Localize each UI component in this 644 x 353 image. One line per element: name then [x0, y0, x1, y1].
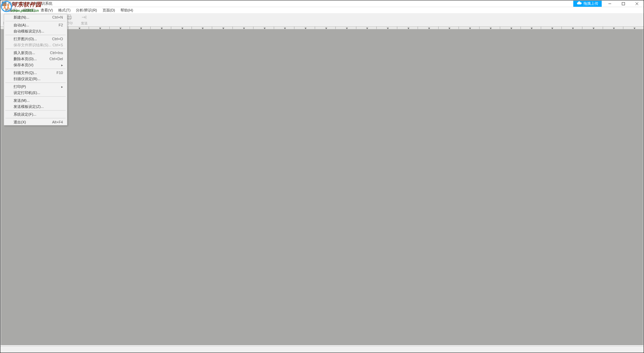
app-title: 丹青中英日文文件辨识系统 — [8, 1, 52, 6]
dropdown-item-label: 发送模板设定(Z)... — [14, 104, 44, 109]
dropdown-item[interactable]: 自动(A)...F2 — [4, 22, 67, 28]
dropdown-item[interactable]: 设定打印机(E)... — [4, 90, 67, 96]
ruler — [0, 27, 644, 29]
dropdown-item-label: 系统设定(F)... — [14, 112, 36, 117]
dropdown-item-label: 删除本页(D)... — [14, 56, 37, 62]
dropdown-item[interactable]: 扫描仪设定(R)... — [4, 76, 67, 82]
dropdown-item[interactable]: 删除本页(D)...Ctrl+Del — [4, 56, 67, 62]
menu-edit[interactable]: 编辑(E) — [20, 7, 38, 14]
dropdown-item[interactable]: 打印(P)▸ — [4, 84, 67, 90]
dropdown-separator — [5, 110, 66, 111]
svg-point-2 — [580, 3, 581, 4]
menu-view[interactable]: 查看(V) — [38, 7, 56, 14]
dropdown-item-shortcut: Ctrl+N — [52, 15, 63, 19]
menubar: 档案(F) 编辑(E) 查看(V) 格式(T) 分析/辨识(R) 页面(D) 帮… — [0, 7, 644, 13]
dropdown-item[interactable]: 退出(X)Alt+F4 — [4, 119, 67, 125]
toolbar: 版面分析 辨识 词库校对 保存 打印 发送 — [0, 13, 644, 27]
file-dropdown-menu: 新建(N)...Ctrl+N自动(A)...F2自动模板设定(U)...打开图片… — [4, 14, 67, 125]
left-edge — [0, 29, 1, 345]
svg-point-1 — [578, 3, 579, 4]
dropdown-item-shortcut: Ctrl+Ins — [50, 51, 63, 55]
dropdown-item[interactable]: 扫描文件(Q)...F10 — [4, 70, 67, 76]
menu-format[interactable]: 格式(T) — [55, 7, 73, 14]
dropdown-item-label: 退出(X) — [14, 120, 26, 125]
dropdown-separator — [5, 96, 66, 97]
menu-page[interactable]: 页面(D) — [100, 7, 118, 14]
close-button[interactable] — [630, 0, 644, 7]
maximize-button[interactable] — [617, 0, 630, 7]
dropdown-item[interactable]: 发送(M)... — [4, 97, 67, 103]
statusbar — [0, 346, 644, 353]
dropdown-item[interactable]: 新建(N)...Ctrl+N — [4, 14, 67, 20]
chevron-right-icon: ▸ — [61, 85, 63, 89]
dropdown-separator — [5, 21, 66, 21]
dropdown-item-label: 扫描仪设定(R)... — [14, 76, 40, 81]
menu-help[interactable]: 帮助(H) — [118, 7, 136, 14]
cloud-icon — [577, 1, 582, 6]
dropdown-item-label: 自动(A)... — [14, 23, 29, 28]
dropdown-item-shortcut: F10 — [57, 71, 63, 75]
dropdown-item-label: 打开图片(O)... — [14, 37, 37, 42]
right-edge — [643, 29, 644, 345]
dropdown-separator — [5, 49, 66, 49]
dropdown-item: 保存文件辨识结果(S)...Ctrl+S — [4, 42, 67, 48]
dropdown-item-label: 保存本页(V) — [14, 63, 34, 68]
dropdown-item[interactable]: 打开图片(O)...Ctrl+O — [4, 36, 67, 42]
dropdown-item-shortcut: Ctrl+O — [52, 37, 63, 41]
minimize-button[interactable] — [603, 0, 617, 7]
dropdown-item-shortcut: Ctrl+Del — [49, 57, 63, 61]
upload-label: 拖拽上传 — [583, 1, 598, 6]
dropdown-item[interactable]: 自动模板设定(U)... — [4, 28, 67, 34]
dropdown-item-label: 插入新页(I)... — [14, 50, 35, 55]
dropdown-separator — [5, 83, 66, 83]
chevron-right-icon: ▸ — [61, 63, 63, 67]
tool-label: 发送 — [81, 21, 88, 26]
dropdown-item-label: 设定打印机(E)... — [14, 90, 40, 95]
dropdown-item-label: 扫描文件(Q)... — [14, 70, 37, 75]
dropdown-item[interactable]: 插入新页(I)...Ctrl+Ins — [4, 50, 67, 56]
svg-rect-17 — [68, 15, 71, 17]
dropdown-item-shortcut: Alt+F4 — [52, 120, 63, 124]
dropdown-item-label: 自动模板设定(U)... — [14, 29, 44, 34]
tool-send[interactable]: 发送 — [77, 14, 92, 26]
app-icon — [2, 1, 6, 6]
dropdown-item-label: 新建(N)... — [14, 15, 29, 20]
upload-button[interactable]: 拖拽上传 — [573, 1, 602, 7]
dropdown-item[interactable]: 保存本页(V)▸ — [4, 62, 67, 68]
dropdown-separator — [5, 69, 66, 69]
menu-file[interactable]: 档案(F) — [2, 7, 20, 14]
dropdown-item-shortcut: F2 — [59, 23, 63, 27]
canvas-area[interactable] — [1, 29, 643, 345]
svg-rect-4 — [622, 2, 625, 5]
send-icon — [81, 14, 88, 20]
dropdown-item-label: 发送(M)... — [14, 98, 30, 103]
dropdown-item[interactable]: 系统设定(F)... — [4, 111, 67, 117]
dropdown-item-label: 打印(P) — [14, 84, 26, 89]
dropdown-item-shortcut: Ctrl+S — [52, 43, 63, 47]
dropdown-separator — [5, 35, 66, 35]
titlebar: 丹青中英日文文件辨识系统 拖拽上传 — [0, 0, 644, 7]
dropdown-separator — [5, 118, 66, 118]
dropdown-item[interactable]: 发送模板设定(Z)... — [4, 103, 67, 110]
dropdown-item-label: 保存文件辨识结果(S)... — [14, 43, 51, 48]
menu-analyze[interactable]: 分析/辨识(R) — [73, 7, 99, 14]
